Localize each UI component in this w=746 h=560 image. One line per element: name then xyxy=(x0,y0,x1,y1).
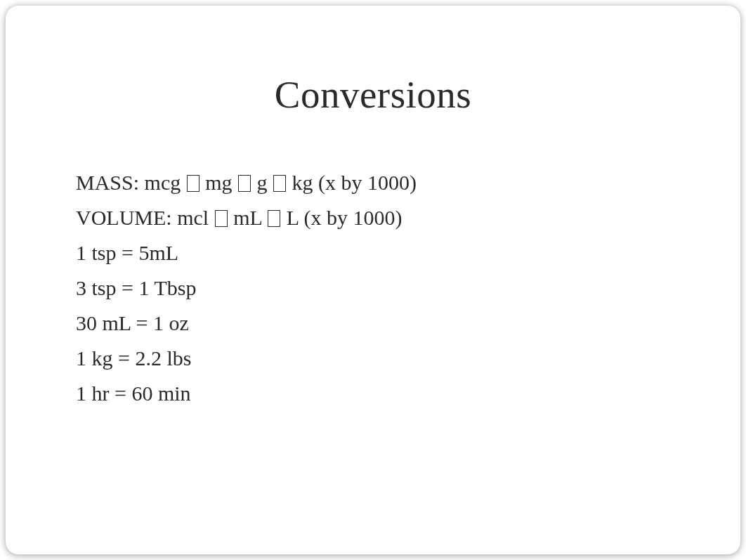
ml-oz-line: 30 mL = 1 oz xyxy=(76,306,740,340)
tsp-ml-line: 1 tsp = 5mL xyxy=(76,236,740,270)
slide-container: Conversions MASS: mcg mg g kg (x by 1000… xyxy=(6,6,740,554)
slide-title: Conversions xyxy=(6,6,740,117)
mass-seg2: g xyxy=(251,171,273,194)
content-body: MASS: mcg mg g kg (x by 1000) VOLUME: mc… xyxy=(6,117,740,410)
mass-prefix: MASS: mcg xyxy=(76,171,186,194)
volume-seg2: L (x by 1000) xyxy=(281,206,402,229)
volume-seg1: mL xyxy=(228,206,268,229)
missing-glyph-icon xyxy=(268,210,280,227)
mass-seg1: mg xyxy=(200,171,237,194)
tsp-tbsp-line: 3 tsp = 1 Tbsp xyxy=(76,271,740,305)
volume-line: VOLUME: mcl mL L (x by 1000) xyxy=(76,201,740,235)
volume-prefix: VOLUME: mcl xyxy=(76,206,214,229)
hr-min-line: 1 hr = 60 min xyxy=(76,377,740,410)
missing-glyph-icon xyxy=(215,210,228,227)
missing-glyph-icon xyxy=(273,175,286,192)
missing-glyph-icon xyxy=(187,175,199,192)
mass-line: MASS: mcg mg g kg (x by 1000) xyxy=(76,166,740,200)
missing-glyph-icon xyxy=(238,175,251,192)
mass-seg3: kg (x by 1000) xyxy=(287,171,417,194)
kg-lbs-line: 1 kg = 2.2 lbs xyxy=(76,341,740,375)
